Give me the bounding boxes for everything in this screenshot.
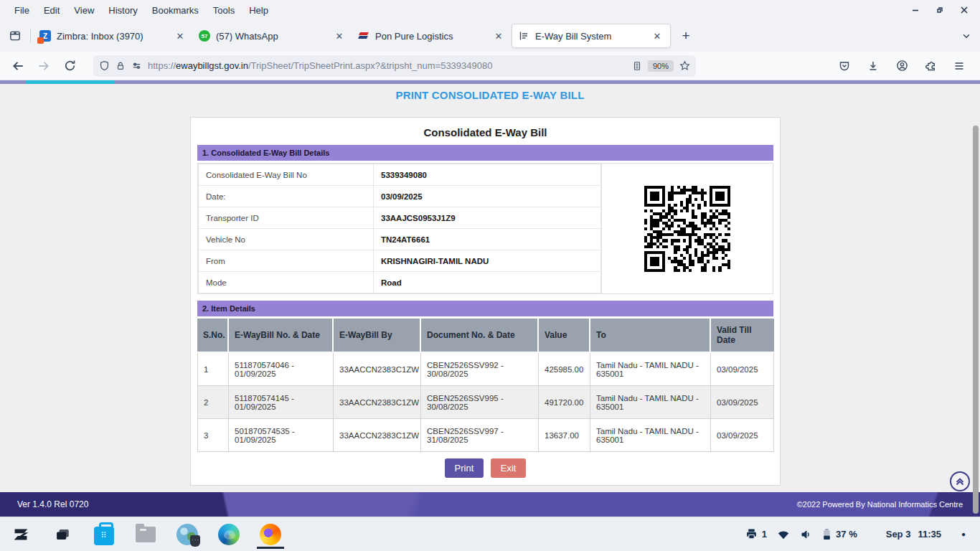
table-row: 2 511870574145 - 01/09/2025 33AACCN2383C… [197,386,774,419]
page-top-strip [0,80,980,84]
menu-history[interactable]: History [101,5,144,16]
shield-icon[interactable] [99,60,110,71]
item-details-table: S.No. E-WayBill No. & Date E-WayBill By … [197,319,774,452]
button-row: Print Exit [191,458,780,478]
col-ewaybill-no: E-WayBill No. & Date [229,319,334,353]
account-icon[interactable] [891,55,913,77]
tab-title: (57) WhatsApp [216,31,326,42]
menu-tools[interactable]: Tools [206,5,242,16]
restore-button[interactable] [934,4,946,16]
url-bar[interactable]: https://ewaybillgst.gov.in/TripSheet/Tri… [93,55,696,77]
zoom-level-badge[interactable]: 90% [648,60,674,72]
scroll-to-top-button[interactable] [950,471,970,491]
tab-close-icon[interactable]: ✕ [332,29,347,43]
clock[interactable]: Sep 3 11:35 [886,529,941,540]
cell-document: CBEN2526SSV992 - 30/08/2025 [421,353,539,386]
firefox-view-icon[interactable] [3,24,27,48]
menu-file[interactable]: File [7,5,37,16]
extensions-icon[interactable] [920,55,941,77]
reader-mode-icon[interactable] [632,61,642,71]
wifi-icon[interactable] [777,529,790,540]
lock-icon[interactable] [116,61,126,71]
window-controls [910,4,980,16]
permissions-icon[interactable] [131,60,142,71]
col-valid-till: Valid Till Date [711,319,774,353]
detail-row: Transporter ID33AAJCS0953J1Z9 [199,207,601,229]
tab-zimbra[interactable]: Z Zimbra: Inbox (3970) ✕ [34,24,193,48]
tab-bar: Z Zimbra: Inbox (3970) ✕ 57 (57) WhatsAp… [0,20,980,52]
new-tab-button[interactable]: + [675,25,697,47]
back-icon[interactable] [7,55,29,77]
col-document: Document No. & Date [421,319,539,353]
detail-value: 5339349080 [374,164,601,186]
active-app-indicator [257,547,284,549]
cell-sno: 3 [197,419,229,452]
print-button[interactable]: Print [445,458,484,478]
downloads-icon[interactable] [862,55,884,77]
cell-to: Tamil Nadu - TAMIL NADU - 635001 [590,419,711,452]
file-manager-icon[interactable] [133,520,158,549]
unread-badge [37,37,44,44]
list-all-tabs-icon[interactable] [956,25,977,47]
printer-count: 1 [762,529,767,540]
battery-indicator[interactable]: 37 % [822,528,857,540]
detail-value: 33AAJCS0953J1Z9 [374,207,601,229]
edge-icon[interactable] [217,520,241,549]
tab-close-icon[interactable]: ✕ [173,29,187,43]
tab-pon-pure-logistics[interactable]: Pon Pure Logistics ✕ [352,24,512,48]
navigation-toolbar: https://ewaybillgst.gov.in/TripSheet/Tri… [0,52,980,80]
cell-ewaybill-by: 33AACCN2383C1ZW [334,419,421,452]
tab-title: Pon Pure Logistics [375,31,486,42]
menu-help[interactable]: Help [242,5,275,16]
zorin-menu-icon[interactable] [9,520,33,549]
volume-icon[interactable] [800,529,812,540]
cell-value: 425985.00 [539,353,590,386]
reload-icon[interactable] [59,55,80,77]
cell-value: 13637.00 [539,419,590,452]
detail-value: KRISHNAGIRI-TAMIL NADU [374,250,601,272]
qr-code-cell [601,164,773,293]
section-header-details: 1. Consolidated E-Way Bill Details [197,145,773,161]
cell-ewaybill-by: 33AACCN2383C1ZW [334,353,421,386]
secure-browser-icon[interactable] [175,520,199,549]
minimize-button[interactable] [910,4,921,16]
bookmark-star-icon[interactable] [679,60,690,71]
cell-ewaybill-no: 511870574046 - 01/09/2025 [229,353,334,386]
software-store-icon[interactable]: ⠿ [92,520,116,549]
detail-label: Vehicle No [199,229,374,250]
firefox-icon[interactable] [258,520,283,549]
tray-time: 11:35 [918,529,941,540]
tab-close-icon[interactable]: ✕ [650,29,664,43]
tab-eway-bill-system[interactable]: E-Way Bill System ✕ [512,24,671,48]
exit-button[interactable]: Exit [491,458,527,478]
page-title: PRINT CONSOLIDATED E-WAY BILL [0,89,980,101]
desktop: File Edit View History Bookmarks Tools H… [0,0,980,551]
menu-bookmarks[interactable]: Bookmarks [145,5,206,16]
col-ewaybill-by: E-WayBill By [334,319,421,353]
hamburger-menu-icon[interactable] [948,55,970,77]
detail-label: Transporter ID [199,207,374,229]
cell-ewaybill-no: 511870574145 - 01/09/2025 [229,386,334,419]
detail-row: Vehicle NoTN24AT6661 [199,229,601,250]
menu-edit[interactable]: Edit [37,5,67,16]
eway-bill-card: Consolidated E-Way Bill 1. Consolidated … [190,117,781,486]
tab-whatsapp[interactable]: 57 (57) WhatsApp ✕ [193,24,352,48]
url-text[interactable]: https://ewaybillgst.gov.in/TripSheet/Tri… [148,60,626,71]
taskbar: ⠿ 1 [0,517,980,551]
zimbra-favicon: Z [39,30,51,42]
forward-icon[interactable] [33,55,55,77]
pocket-icon[interactable] [834,55,855,77]
page-footer: Ver 1.4.0 Rel 0720 ©2022 Powered By Nati… [0,492,980,517]
cell-to: Tamil Nadu - TAMIL NADU - 635001 [590,386,711,419]
table-row: 1 511870574046 - 01/09/2025 33AACCN2383C… [197,353,774,386]
menu-view[interactable]: View [67,5,101,16]
scrollbar[interactable] [973,126,979,514]
tab-close-icon[interactable]: ✕ [491,29,506,43]
copyright-label: ©2022 Powered By National Informatics Ce… [797,500,963,509]
workspace-switcher-icon[interactable] [50,520,75,549]
detail-value: TN24AT6661 [374,229,601,250]
printer-indicator[interactable]: 1 [745,528,767,540]
close-button[interactable] [958,4,970,16]
tab-separator [30,29,31,43]
loading-progress-bar [26,80,115,84]
